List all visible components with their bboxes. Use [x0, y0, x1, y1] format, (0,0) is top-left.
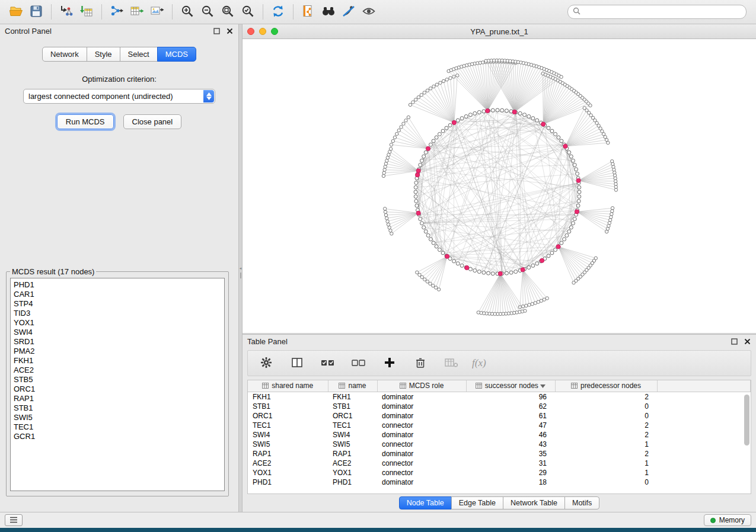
float-table-panel-icon[interactable]: [730, 337, 738, 345]
result-item[interactable]: STB1: [14, 403, 221, 413]
table-cell: 0: [555, 477, 657, 487]
column-header-predecessor-nodes[interactable]: predecessor nodes: [555, 380, 657, 392]
network-graph[interactable]: [243, 39, 756, 333]
result-item[interactable]: GCR1: [14, 432, 221, 441]
zoom-out-button[interactable]: [197, 3, 218, 21]
table-cell: dominator: [377, 392, 466, 402]
refresh-button[interactable]: [268, 3, 288, 21]
tab-node-table[interactable]: Node Table: [399, 496, 452, 509]
function-builder-button[interactable]: f(x): [472, 357, 486, 369]
scrollbar-thumb[interactable]: [744, 395, 749, 446]
result-item[interactable]: STP4: [14, 299, 221, 309]
delete-column-button[interactable]: [410, 354, 430, 372]
table-row[interactable]: YOX1YOX1connector291: [248, 468, 751, 477]
memory-button[interactable]: Memory: [704, 514, 751, 526]
node-table-body: FKH1FKH1dominator962STB1STB1dominator620…: [248, 392, 751, 488]
float-panel-icon[interactable]: [212, 27, 221, 35]
tab-network[interactable]: Network: [42, 47, 87, 62]
criterion-select[interactable]: largest connected component (undirected): [23, 89, 215, 104]
table-cell: SWI5: [328, 440, 377, 449]
column-header-name[interactable]: name: [328, 380, 377, 392]
delete-table-button[interactable]: [441, 354, 461, 372]
export-table-button[interactable]: [127, 3, 147, 21]
import-table-icon: [79, 4, 94, 20]
table-row[interactable]: PHD1PHD1dominator180: [248, 477, 751, 487]
find-button[interactable]: [318, 3, 339, 21]
result-item[interactable]: PMA2: [14, 347, 221, 356]
import-network-button[interactable]: [56, 3, 76, 21]
result-item[interactable]: YOX1: [14, 318, 221, 328]
zoom-in-button[interactable]: [177, 3, 197, 21]
result-item[interactable]: SRD1: [14, 337, 221, 347]
tab-network-table[interactable]: Network Table: [503, 496, 565, 509]
result-item[interactable]: SWI5: [14, 413, 221, 422]
task-history-button[interactable]: [5, 514, 23, 526]
add-column-button[interactable]: [379, 354, 400, 372]
result-item[interactable]: SWI4: [14, 328, 221, 337]
table-row[interactable]: SWI4SWI4dominator462: [248, 430, 751, 440]
search-box[interactable]: [567, 5, 747, 19]
table-cell: dominator: [377, 411, 466, 421]
show-columns-button[interactable]: [287, 354, 307, 372]
result-item[interactable]: ACE2: [14, 366, 221, 375]
tab-select[interactable]: Select: [120, 47, 158, 62]
open-file-button[interactable]: [6, 3, 26, 21]
result-item[interactable]: RAP1: [14, 394, 221, 403]
result-item[interactable]: FKH1: [14, 356, 221, 366]
network-window-titlebar[interactable]: YPA_prune.txt_1: [243, 24, 756, 39]
deselect-all-button[interactable]: [349, 354, 369, 372]
export-network-button[interactable]: [107, 3, 127, 21]
share-document-button[interactable]: [298, 3, 318, 21]
zoom-fit-button[interactable]: [218, 3, 238, 21]
tab-edge-table[interactable]: Edge Table: [451, 496, 503, 509]
table-row[interactable]: STB1STB1dominator620: [248, 402, 751, 411]
hide-annotations-button[interactable]: [339, 3, 359, 21]
result-item[interactable]: PHD1: [14, 280, 221, 290]
result-item[interactable]: TEC1: [14, 422, 221, 432]
table-cell: PHD1: [248, 477, 328, 487]
save-session-button[interactable]: [26, 3, 46, 21]
column-header-shared-name[interactable]: shared name: [248, 380, 328, 392]
result-item[interactable]: ORC1: [14, 384, 221, 394]
tab-motifs[interactable]: Motifs: [564, 496, 599, 509]
table-row[interactable]: RAP1RAP1dominator352: [248, 449, 751, 459]
close-panel-button[interactable]: Close panel: [123, 114, 182, 129]
network-window-title: YPA_prune.txt_1: [243, 27, 756, 36]
toolbar-separator: [101, 4, 102, 20]
table-panel: Table Panel: [243, 335, 756, 512]
table-row[interactable]: FKH1FKH1dominator962: [248, 392, 751, 402]
table-row[interactable]: ORC1ORC1dominator610: [248, 411, 751, 421]
result-item[interactable]: TID3: [14, 309, 221, 318]
table-cell: 1: [555, 459, 657, 468]
import-table-button[interactable]: [76, 3, 97, 21]
select-all-button[interactable]: [318, 354, 338, 372]
close-panel-icon[interactable]: [225, 27, 234, 35]
vertical-splitter[interactable]: ◂: [238, 24, 243, 512]
application-window: Control Panel Network Style Select MCDS …: [0, 0, 756, 528]
zoom-selected-button[interactable]: [238, 3, 258, 21]
run-mcds-button[interactable]: Run MCDS: [57, 114, 114, 129]
splitter-handle-icon[interactable]: ◂: [239, 264, 242, 280]
close-table-panel-icon[interactable]: [743, 337, 751, 345]
table-cell: 2: [555, 392, 657, 402]
table-scrollbar[interactable]: [744, 393, 749, 492]
optimization-criterion-label: Optimization criterion:: [0, 75, 238, 84]
tab-style[interactable]: Style: [87, 47, 120, 62]
export-image-button[interactable]: [147, 3, 167, 21]
table-row[interactable]: TEC1TEC1connector472: [248, 421, 751, 430]
memory-status-icon: [710, 518, 716, 523]
table-cell: ORC1: [328, 411, 377, 421]
network-canvas[interactable]: [243, 39, 756, 333]
result-item[interactable]: STB5: [14, 375, 221, 384]
mcds-result-list[interactable]: PHD1CAR1STP4TID3YOX1SWI4SRD1PMA2FKH1ACE2…: [10, 278, 225, 491]
table-settings-button[interactable]: [256, 354, 276, 372]
zoom-in-icon: [180, 4, 194, 20]
result-item[interactable]: CAR1: [14, 290, 221, 299]
tab-mcds[interactable]: MCDS: [157, 47, 196, 62]
table-row[interactable]: SWI5SWI5connector431: [248, 440, 751, 449]
table-row[interactable]: ACE2ACE2connector311: [248, 459, 751, 468]
search-input[interactable]: [583, 7, 741, 17]
column-header-successor-nodes[interactable]: successor nodes: [466, 380, 555, 392]
column-header-mcds-role[interactable]: MCDS role: [377, 380, 466, 392]
show-details-button[interactable]: [359, 3, 379, 21]
